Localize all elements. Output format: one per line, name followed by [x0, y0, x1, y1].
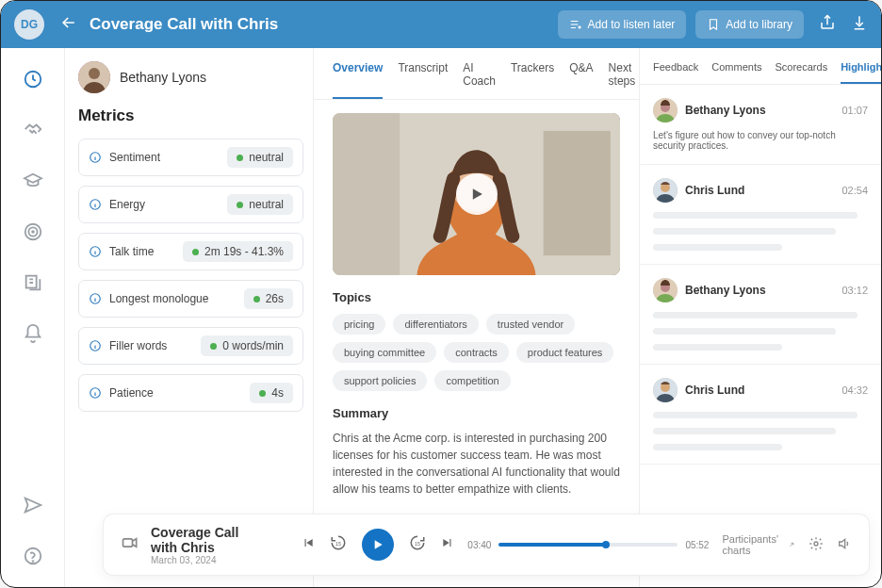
skeleton-line	[653, 344, 782, 351]
metric-value-pill: 4s	[250, 383, 293, 403]
tab-transcript[interactable]: Transcript	[398, 61, 448, 99]
svg-point-30	[814, 542, 818, 546]
topics-heading: Topics	[333, 290, 620, 304]
right-tab-highlight[interactable]: Highlight	[841, 61, 881, 84]
play-icon[interactable]	[456, 173, 498, 215]
status-dot	[192, 249, 199, 255]
status-dot	[259, 390, 266, 397]
skeleton-line	[653, 228, 836, 235]
video-preview[interactable]	[333, 113, 620, 275]
page-title: Coverage Call with Chris	[90, 15, 548, 34]
user-avatar[interactable]: DG	[14, 9, 44, 40]
topic-chip[interactable]: trusted vendor	[486, 314, 575, 335]
nav-bell-icon[interactable]	[23, 323, 43, 348]
skeleton-line	[653, 312, 858, 318]
tab-overview[interactable]: Overview	[333, 61, 383, 99]
info-icon[interactable]	[89, 292, 102, 305]
status-dot	[210, 343, 217, 350]
svg-point-3	[32, 231, 34, 233]
metric-value-pill: 2m 19s - 41.3%	[183, 241, 293, 262]
metric-label: Filler words	[109, 339, 201, 352]
metrics-heading: Metrics	[78, 106, 303, 125]
nav-send-icon[interactable]	[23, 495, 43, 519]
metric-row: Talk time 2m 19s - 41.3%	[78, 233, 303, 270]
speaker-name: Chris Lund	[685, 384, 834, 397]
metric-value: 4s	[271, 386, 284, 400]
info-icon[interactable]	[89, 245, 102, 258]
app-header: DG Coverage Call with Chris Add to liste…	[1, 1, 881, 48]
metric-value: 0 words/min	[222, 339, 284, 352]
timeline-item[interactable]: Bethany Lyons 01:07 Let's figure out how…	[640, 85, 881, 165]
rewind-15-icon[interactable]: 15	[330, 534, 347, 555]
right-tab-scorecards[interactable]: Scorecards	[776, 61, 828, 84]
nav-handshake-icon[interactable]	[23, 120, 43, 144]
player-duration: 05:52	[685, 540, 709, 550]
metric-value-pill: neutral	[227, 147, 293, 168]
topic-chip[interactable]: product features	[516, 342, 614, 363]
timeline-item[interactable]: Bethany Lyons 03:12	[640, 265, 881, 365]
participants-charts-button[interactable]: Participants' charts	[722, 533, 795, 556]
speaker-avatar	[653, 378, 678, 402]
forward-15-icon[interactable]: 15	[409, 534, 426, 555]
play-button[interactable]	[362, 529, 394, 561]
topic-chip[interactable]: support policies	[333, 370, 427, 391]
timeline-item[interactable]: Chris Lund 02:54	[640, 165, 881, 265]
topic-chip[interactable]: pricing	[333, 314, 385, 335]
topics-list: pricingdifferentiatorstrusted vendorbuyi…	[333, 314, 620, 391]
back-button[interactable]	[59, 13, 78, 36]
summary-heading: Summary	[333, 406, 620, 420]
speaker-avatar	[653, 98, 678, 122]
metric-value: 26s	[266, 292, 284, 305]
metrics-list: Sentiment neutral Energy neutral Talk ti…	[78, 139, 303, 421]
previous-track-icon[interactable]	[302, 536, 315, 553]
info-icon[interactable]	[89, 386, 102, 400]
info-icon[interactable]	[89, 339, 102, 352]
timeline-item[interactable]: Chris Lund 04:32	[640, 365, 881, 465]
next-track-icon[interactable]	[441, 536, 454, 553]
tab-trackers[interactable]: Trackers	[511, 61, 554, 99]
tab-q-a[interactable]: Q&A	[569, 61, 593, 99]
svg-point-8	[89, 68, 100, 79]
status-dot	[237, 202, 243, 208]
player-current-time: 03:40	[467, 540, 491, 550]
progress-bar[interactable]	[498, 543, 678, 547]
metric-row: Patience 4s	[78, 374, 303, 412]
settings-icon[interactable]	[808, 536, 824, 553]
timeline-text: Let's figure out how to convey our top-n…	[653, 130, 868, 151]
metric-value-pill: 26s	[244, 288, 293, 309]
add-to-listen-later-button[interactable]: Add to listen later	[558, 10, 687, 39]
skeleton-line	[653, 244, 782, 251]
side-rail	[1, 48, 65, 587]
metric-row: Filler words 0 words/min	[78, 327, 303, 365]
add-to-library-button[interactable]: Add to library	[695, 10, 804, 39]
metric-row: Longest monologue 26s	[78, 280, 303, 318]
share-icon[interactable]	[819, 14, 836, 35]
nav-clock-icon[interactable]	[23, 69, 43, 93]
nav-target-icon[interactable]	[23, 221, 43, 246]
svg-rect-17	[544, 131, 611, 255]
topic-chip[interactable]: differentiators	[393, 314, 478, 335]
status-dot	[253, 296, 260, 302]
speaker-avatar	[653, 278, 678, 302]
download-icon[interactable]	[851, 14, 868, 35]
tab-next-steps[interactable]: Next steps	[609, 61, 636, 99]
volume-icon[interactable]	[837, 536, 852, 553]
speaker-avatar	[653, 178, 678, 203]
add-to-library-label: Add to library	[726, 18, 792, 31]
tab-ai-coach[interactable]: AI Coach	[463, 61, 496, 99]
timestamp: 03:12	[841, 285, 868, 296]
player-date: March 03, 2024	[151, 555, 255, 565]
nav-library-icon[interactable]	[23, 272, 43, 297]
nav-help-icon[interactable]	[23, 546, 43, 570]
topic-chip[interactable]: competition	[434, 370, 510, 391]
right-tabs: FeedbackCommentsScorecardsHighlight	[640, 48, 881, 85]
nav-graduation-icon[interactable]	[23, 171, 43, 195]
topic-chip[interactable]: contracts	[444, 342, 509, 363]
right-tab-feedback[interactable]: Feedback	[653, 61, 698, 84]
topic-chip[interactable]: buying committee	[333, 342, 436, 363]
right-tab-comments[interactable]: Comments	[711, 61, 761, 84]
info-icon[interactable]	[89, 198, 102, 211]
svg-point-6	[32, 561, 33, 562]
info-icon[interactable]	[89, 151, 102, 164]
presenter-avatar	[78, 61, 110, 93]
